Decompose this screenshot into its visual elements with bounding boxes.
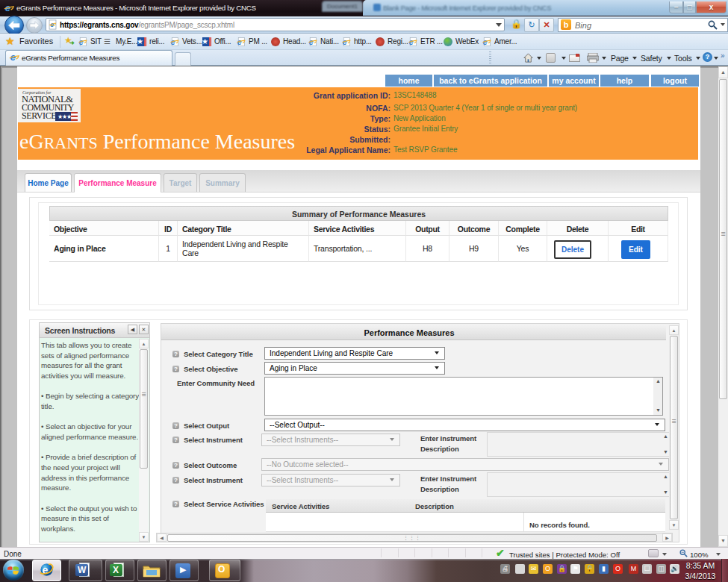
svg-text:★: ★ [66, 113, 72, 120]
svg-text:e: e [50, 21, 54, 28]
